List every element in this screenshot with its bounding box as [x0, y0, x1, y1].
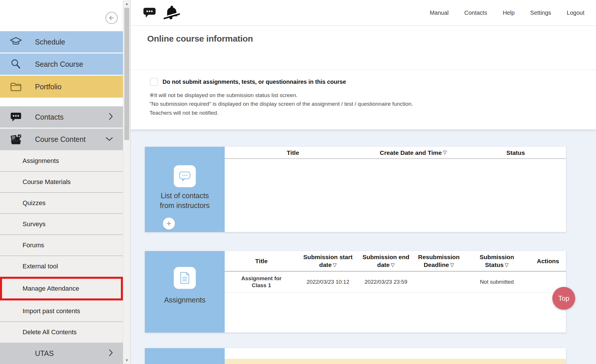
assignments-table: Title Submission start date▽ Submission … [225, 251, 566, 333]
topbar-icons [143, 0, 180, 26]
scroll-up-icon: ▲ [125, 2, 129, 6]
cell-resubmission-deadline [414, 272, 464, 292]
assignments-card-icon-box [174, 267, 196, 289]
no-submit-checkbox[interactable] [150, 78, 158, 86]
topnav-logout[interactable]: Logout [567, 10, 584, 16]
assignments-card[interactable]: Assignments [145, 251, 225, 333]
col-actions: Actions [530, 251, 566, 271]
bottom-panel-card[interactable] [145, 348, 225, 364]
sidebar-scrollbar[interactable]: ▲ ▼ [123, 0, 131, 364]
sidebar-item-label: Import past contents [23, 307, 80, 315]
sidebar-collapse-button[interactable] [106, 12, 118, 24]
chevron-right-icon [108, 113, 113, 121]
scrollbar-up-button[interactable]: ▲ [123, 0, 130, 8]
contacts-table: Title Create Date and Time ▽ Status [225, 147, 566, 232]
sidebar-item-label: Delete All Contents [23, 328, 77, 336]
search-icon [10, 58, 22, 70]
sort-icon[interactable]: ▽ [332, 262, 337, 268]
document-icon [179, 272, 190, 284]
topnav-contacts[interactable]: Contacts [464, 10, 487, 16]
col-title: Title [225, 147, 361, 158]
course-content-box-icon [10, 133, 22, 146]
bottom-panel-table [225, 348, 566, 364]
sidebar-item-label: Search Course [35, 60, 83, 68]
cell-submission-status: Not submitted [464, 272, 530, 292]
contacts-card-label: List of contacts from instructors [145, 191, 225, 210]
col-title: Title [225, 251, 298, 271]
assignment-row[interactable]: Assignment for Class 1 2022/03/23 10:12 … [225, 272, 566, 292]
sidebar-item-label: Manage Attendance [23, 285, 79, 292]
col-status: Status [465, 147, 566, 158]
col-submission-end[interactable]: Submission end date▽ [358, 251, 414, 271]
highlighted-row[interactable] [225, 359, 566, 364]
sidebar-item-quizzes[interactable]: Quizzes [0, 192, 123, 213]
sidebar-item-utas[interactable]: UTAS [0, 343, 123, 364]
section-divider [131, 70, 596, 70]
sidebar-item-label: Portfolio [35, 83, 62, 91]
note-line-1: ※It will not be displayed on the submiss… [150, 92, 298, 99]
sort-icon[interactable]: ▽ [442, 148, 447, 156]
sidebar-item-portfolio[interactable]: Portfolio [0, 76, 123, 98]
sidebar-item-schedule[interactable]: Schedule [0, 31, 123, 53]
chat-bubble-icon [178, 170, 191, 182]
no-submit-row: Do not submit assignments, tests, or que… [150, 78, 346, 86]
assignments-panel: Assignments Title Submission start date▽… [145, 251, 566, 333]
scroll-down-icon: ▼ [125, 358, 129, 362]
col-create-date[interactable]: Create Date and Time ▽ [361, 147, 465, 158]
sidebar-item-label: Forums [23, 242, 44, 249]
cell-submission-start: 2022/03/23 10:12 [298, 272, 358, 292]
sidebar-item-label: UTAS [35, 349, 54, 358]
topnav-settings[interactable]: Settings [530, 10, 551, 16]
scroll-to-top-button[interactable]: Top [552, 287, 575, 310]
messages-icon[interactable] [143, 7, 156, 19]
sidebar-item-search-course[interactable]: Search Course [0, 53, 123, 75]
sort-icon[interactable]: ▽ [390, 262, 395, 268]
sidebar-item-label: Quizzes [23, 199, 45, 207]
no-submit-label: Do not submit assignments, tests, or que… [163, 79, 346, 85]
chevron-down-icon [106, 137, 113, 142]
contacts-panel: List of contacts from instructors + Titl… [145, 147, 566, 232]
sidebar-item-course-content[interactable]: Course Content [0, 129, 123, 150]
sidebar-item-label: Contacts [35, 113, 64, 121]
sort-icon[interactable]: ▽ [449, 262, 454, 268]
sidebar-item-forums[interactable]: Forums [0, 235, 123, 256]
cell-submission-end: 2022/03/23 23:59 [358, 272, 414, 292]
chevron-right-icon [108, 349, 113, 358]
chat-bubble-icon [10, 111, 22, 123]
col-submission-start[interactable]: Submission start date▽ [298, 251, 358, 271]
contacts-card[interactable]: List of contacts from instructors + [145, 147, 225, 232]
topnav: Manual Contacts Help Settings Logout [430, 0, 584, 26]
scrollbar-thumb[interactable] [124, 8, 129, 140]
sidebar-item-contacts[interactable]: Contacts [0, 106, 123, 128]
sidebar-item-label: External tool [23, 263, 58, 270]
cell-title[interactable]: Assignment for Class 1 [225, 272, 298, 292]
sidebar-item-surveys[interactable]: Surveys [0, 213, 123, 235]
sidebar-item-delete-all-contents[interactable]: Delete All Contents [0, 322, 123, 343]
topnav-manual[interactable]: Manual [430, 10, 449, 16]
add-contact-button[interactable]: + [163, 218, 175, 230]
topnav-help[interactable]: Help [503, 10, 514, 16]
sidebar-item-course-materials[interactable]: Course Materials [0, 171, 123, 192]
col-submission-status[interactable]: Submission Status▽ [464, 251, 530, 271]
sidebar-item-assignments[interactable]: Assignments [0, 150, 123, 171]
sidebar-item-label: Course Materials [23, 178, 71, 186]
sidebar-item-label: Assignments [23, 157, 59, 165]
arrow-left-icon [108, 14, 115, 21]
sidebar-item-label: Course Content [35, 135, 86, 144]
sidebar-item-label: Surveys [23, 220, 45, 228]
sidebar-item-label: Schedule [35, 38, 65, 46]
assignments-table-header: Title Submission start date▽ Submission … [225, 251, 566, 272]
notification-bell-icon[interactable] [164, 4, 180, 22]
scrollbar-down-button[interactable]: ▼ [123, 356, 130, 364]
assignments-card-label: Assignments [145, 295, 225, 305]
course-info-section: Online course information Do not submit … [131, 26, 596, 129]
folder-icon [10, 80, 22, 93]
sidebar-item-import-past-contents[interactable]: Import past contents [0, 300, 123, 322]
contacts-card-icon-box [174, 165, 196, 187]
sidebar-item-external-tool[interactable]: External tool [0, 256, 123, 277]
page-title: Online course information [147, 34, 253, 44]
sidebar-item-manage-attendance[interactable]: Manage Attendance [0, 277, 123, 300]
col-resubmission-deadline[interactable]: Resubmission Deadline▽ [414, 251, 464, 271]
sort-icon[interactable]: ▽ [504, 262, 509, 268]
bottom-panel [145, 348, 566, 364]
